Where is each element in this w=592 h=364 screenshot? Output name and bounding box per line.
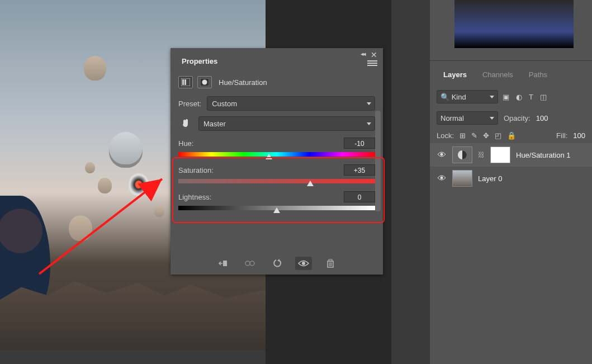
layer-name[interactable]: Layer 0 — [478, 174, 502, 183]
balloon-graphic — [85, 162, 95, 173]
layer-mask-icon[interactable] — [197, 76, 212, 88]
preset-select[interactable]: Custom — [207, 96, 375, 111]
layers-panel: Layers Channels Paths 🔍 Kind ▣ ◐ T ◫ Nor… — [430, 66, 592, 190]
adjustment-presets-icon[interactable] — [178, 76, 193, 88]
right-panel-group: Layers Channels Paths 🔍 Kind ▣ ◐ T ◫ Nor… — [430, 0, 592, 364]
blend-mode-select[interactable]: Normal — [437, 111, 498, 125]
clip-to-layer-icon[interactable] — [215, 257, 231, 270]
layer-visibility-icon[interactable] — [437, 174, 447, 183]
properties-footer — [171, 251, 383, 270]
lock-all-icon[interactable]: 🔒 — [507, 131, 516, 140]
preset-label: Preset: — [178, 100, 201, 108]
hue-slider-thumb[interactable] — [266, 154, 272, 159]
filter-adjustment-icon[interactable]: ◐ — [516, 93, 522, 101]
panel-separator — [430, 60, 592, 61]
chevron-down-icon — [367, 102, 371, 105]
view-previous-state-icon[interactable] — [241, 257, 258, 270]
properties-panel: ◂◂ ✕ Properties Hue/Saturation Preset: C… — [171, 48, 383, 275]
properties-scrollbar[interactable] — [375, 111, 381, 211]
svg-point-15 — [441, 153, 443, 155]
channel-value: Master — [203, 120, 226, 128]
navigator-thumbnail[interactable] — [454, 0, 574, 48]
layer-row[interactable]: ⛓ Hue/Saturation 1 — [430, 143, 592, 167]
layer-name[interactable]: Hue/Saturation 1 — [516, 151, 571, 159]
opacity-label: Opacity: — [504, 114, 531, 122]
svg-point-8 — [302, 262, 305, 265]
chevron-down-icon — [367, 122, 371, 125]
svg-rect-1 — [182, 79, 184, 85]
lock-artboard-icon[interactable]: ◰ — [495, 131, 501, 140]
hue-slider[interactable] — [178, 152, 375, 158]
svg-rect-2 — [184, 79, 186, 85]
targeted-adjustment-icon[interactable] — [178, 116, 193, 131]
svg-point-17 — [441, 176, 443, 179]
collapse-panel-icon[interactable]: ◂◂ — [361, 50, 365, 58]
saturation-label: Saturation: — [178, 166, 214, 174]
filter-pixel-icon[interactable]: ▣ — [503, 93, 509, 101]
lightness-slider-thumb[interactable] — [273, 207, 280, 213]
balloon-graphic — [154, 206, 164, 217]
lock-pixels-icon[interactable]: ✎ — [471, 131, 477, 140]
lock-transparency-icon[interactable]: ⊞ — [460, 131, 466, 140]
balloon-graphic — [69, 215, 92, 241]
layer-link-icon[interactable]: ⛓ — [478, 151, 485, 159]
properties-tab[interactable]: Properties — [175, 54, 224, 69]
filter-shape-icon[interactable]: ◫ — [540, 93, 547, 101]
close-panel-icon[interactable]: ✕ — [371, 50, 377, 59]
balloon-graphic — [84, 56, 106, 81]
kind-label: Kind — [452, 93, 466, 101]
blend-mode-value: Normal — [441, 114, 464, 122]
layer-row[interactable]: Layer 0 — [430, 167, 592, 190]
tab-channels[interactable]: Channels — [476, 66, 520, 83]
properties-tabbar: Properties — [171, 48, 383, 66]
preset-value: Custom — [212, 100, 237, 108]
balloon-graphic — [109, 132, 143, 168]
hue-value-input[interactable]: -10 — [344, 138, 375, 149]
lock-position-icon[interactable]: ✥ — [483, 131, 489, 140]
hue-label: Hue: — [178, 139, 193, 148]
saturation-slider[interactable] — [178, 179, 375, 185]
delete-adjustment-icon[interactable] — [322, 257, 339, 270]
fill-label: Fill: — [556, 131, 567, 140]
lightness-value-input[interactable]: 0 — [344, 191, 375, 202]
balloon-graphic — [129, 173, 149, 196]
lightness-label: Lightness: — [178, 193, 211, 201]
filter-type-icon[interactable]: T — [529, 93, 533, 101]
channel-select[interactable]: Master — [198, 116, 375, 131]
pixel-layer-thumb[interactable] — [452, 170, 472, 187]
balloon-graphic — [98, 178, 112, 193]
chevron-down-icon — [490, 96, 494, 98]
svg-rect-13 — [329, 259, 332, 261]
adjustment-layer-thumb[interactable] — [452, 146, 472, 163]
search-icon: 🔍 — [441, 93, 449, 101]
toggle-visibility-icon[interactable] — [295, 257, 312, 270]
tab-paths[interactable]: Paths — [522, 66, 554, 83]
svg-point-6 — [245, 261, 250, 266]
svg-rect-5 — [223, 261, 227, 266]
saturation-slider-thumb[interactable] — [307, 181, 314, 186]
svg-point-7 — [250, 261, 254, 266]
chevron-down-icon — [490, 117, 494, 120]
adjustment-type-label: Hue/Saturation — [219, 78, 267, 87]
layer-filter-kind-select[interactable]: 🔍 Kind — [437, 90, 498, 103]
svg-point-4 — [202, 80, 207, 85]
saturation-value-input[interactable]: +35 — [344, 164, 375, 176]
fill-value[interactable]: 100 — [573, 131, 585, 140]
lightness-slider[interactable] — [178, 206, 375, 211]
reset-icon[interactable] — [268, 257, 285, 270]
lock-label: Lock: — [437, 131, 454, 140]
panel-menu-icon[interactable] — [367, 59, 377, 66]
tab-layers[interactable]: Layers — [437, 66, 473, 83]
layer-visibility-icon[interactable] — [437, 151, 447, 159]
opacity-value[interactable]: 100 — [536, 114, 548, 122]
layer-mask-thumb[interactable] — [490, 146, 510, 163]
